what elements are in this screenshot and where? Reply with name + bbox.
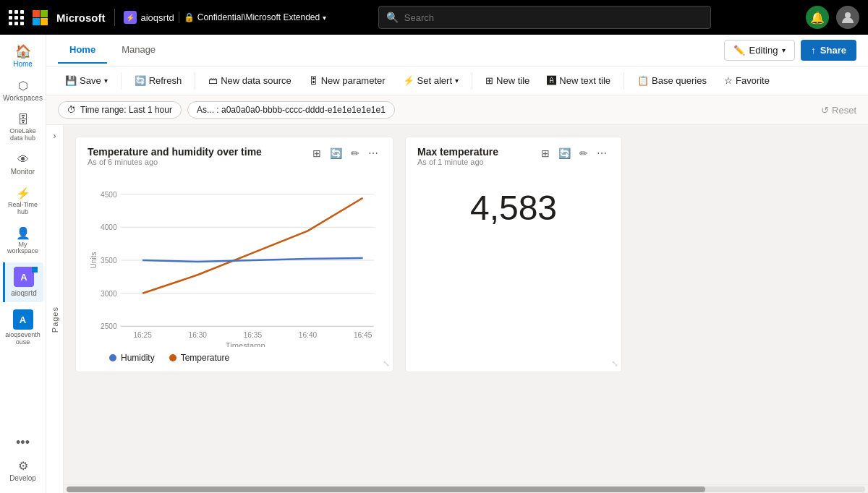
refresh-icon: 🔄 <box>135 75 146 86</box>
tab-manage[interactable]: Manage <box>110 37 167 64</box>
temperature-label: Temperature <box>181 353 229 363</box>
sidebar-realtime-label: Real-Timehub <box>8 202 38 216</box>
header-right-actions: ✏️ Editing ▾ ↑ Share <box>724 40 856 61</box>
metric-resize-handle[interactable]: ⤡ <box>611 359 618 369</box>
sidebar-myworkspace-label: Myworkspace <box>7 241 38 256</box>
sidebar-item-realtime[interactable]: ⚡ Real-Timehub <box>3 184 43 220</box>
horizontal-scrollbar[interactable] <box>64 484 868 493</box>
chart-tile-actions: ⊞ 🔄 ✏ ⋯ <box>310 146 381 160</box>
toolbar-divider4 <box>624 72 624 90</box>
toolbar-divider2 <box>195 72 195 90</box>
humidity-label: Humidity <box>121 353 155 363</box>
search-input[interactable] <box>404 12 703 23</box>
metric-tile: Max temperature As of 1 minute ago ⊞ 🔄 ✏… <box>405 137 622 372</box>
sidebar-item-aioqsrtd[interactable]: A aioqsrtd <box>3 262 43 302</box>
sidebar-item-aioqseventh[interactable]: A aioqseventhouse <box>3 305 43 351</box>
base-queries-button[interactable]: 📋 Base queries <box>630 72 714 89</box>
tile-edit-button[interactable]: ✏ <box>348 146 362 160</box>
sidebar-item-workspaces[interactable]: ⬡ Workspaces <box>3 76 43 107</box>
monitor-icon: 👁 <box>17 154 29 166</box>
search-bar[interactable]: 🔍 <box>378 6 711 29</box>
tab-home[interactable]: Home <box>58 37 107 64</box>
reset-label: Reset <box>832 105 856 116</box>
refresh-button[interactable]: 🔄 Refresh <box>127 72 190 89</box>
favorite-icon: ☆ <box>724 75 733 86</box>
undo-icon: ↺ <box>821 105 829 116</box>
new-text-label: New text tile <box>559 75 610 86</box>
metric-more-button[interactable]: ⋯ <box>594 146 610 160</box>
aioqseventh-workspace-icon: A <box>13 309 33 330</box>
tile-resize-handle[interactable]: ⤡ <box>383 359 390 369</box>
workspaces-icon: ⬡ <box>18 80 28 92</box>
workspace-selector[interactable]: ⚡ aioqsrtd 🔒 Confidential\Microsoft Exte… <box>124 11 327 24</box>
line-chart: Units 4500 4000 3500 3000 <box>88 173 381 347</box>
pages-label: Pages <box>51 306 59 333</box>
save-button[interactable]: 💾 Save ▾ <box>58 72 115 89</box>
editing-button[interactable]: ✏️ Editing ▾ <box>724 40 796 61</box>
parameter-icon: 🎛 <box>309 75 318 86</box>
sidebar-item-onelake[interactable]: 🗄 OneLakedata hub <box>3 110 43 147</box>
chevron-down-icon: ▾ <box>782 46 786 54</box>
set-alert-label: Set alert <box>417 75 452 86</box>
alias-filter[interactable]: As... : a0a0a0a0-bbbb-cccc-dddd-e1e1e1e1… <box>187 101 395 119</box>
new-parameter-button[interactable]: 🎛 New parameter <box>302 72 393 89</box>
legend-temperature: Temperature <box>169 353 229 363</box>
metric-refresh-button[interactable]: 🔄 <box>556 146 574 160</box>
sidebar-item-more[interactable]: ••• <box>3 432 43 453</box>
new-tile-button[interactable]: ⊞ New tile <box>478 72 537 89</box>
time-range-filter[interactable]: ⏱ Time range: Last 1 hour <box>58 101 182 119</box>
metric-grid-button[interactable]: ⊞ <box>538 146 553 160</box>
active-dot <box>32 267 38 273</box>
new-text-tile-button[interactable]: 🅰 New text tile <box>540 72 618 89</box>
toolbar-divider <box>121 72 122 90</box>
sidebar-item-myworkspace[interactable]: 👤 Myworkspace <box>3 223 43 260</box>
text-icon: 🅰 <box>547 75 556 86</box>
tile-more-button[interactable]: ⋯ <box>365 146 381 160</box>
sidebar-onelake-label: OneLakedata hub <box>9 128 36 142</box>
temperature-color <box>169 354 176 361</box>
svg-text:Timestamp: Timestamp <box>226 341 265 347</box>
notification-icon[interactable]: 🔔 <box>806 6 829 29</box>
chart-tile: Temperature and humidity over time As of… <box>75 137 393 372</box>
expand-icon[interactable]: › <box>54 131 56 141</box>
brand-name: Microsoft <box>56 12 106 24</box>
tile-grid-button[interactable]: ⊞ <box>310 146 324 160</box>
chevron-down-icon: ▾ <box>455 77 459 85</box>
filter-bar: ⏱ Time range: Last 1 hour As... : a0a0a0… <box>46 95 868 125</box>
svg-text:3000: 3000 <box>101 290 117 298</box>
share-button[interactable]: ↑ Share <box>801 40 856 61</box>
set-alert-button[interactable]: ⚡ Set alert ▾ <box>396 72 466 89</box>
time-range-label: Time range: Last 1 hour <box>80 105 172 115</box>
tile-icon: ⊞ <box>485 75 493 86</box>
new-data-source-label: New data source <box>221 75 292 86</box>
new-data-source-button[interactable]: 🗃 New data source <box>201 72 299 89</box>
main-panel: Home Manage ✏️ Editing ▾ ↑ Share 💾 Save … <box>46 35 868 493</box>
scrollbar-thumb[interactable] <box>67 486 705 492</box>
metric-tile-header: Max temperature As of 1 minute ago ⊞ 🔄 ✏… <box>417 146 610 172</box>
metric-value: 4,583 <box>417 173 610 242</box>
svg-text:16:30: 16:30 <box>189 331 208 339</box>
reset-button[interactable]: ↺ Reset <box>821 105 856 116</box>
chevron-down-icon: ▾ <box>104 77 108 85</box>
sidebar-item-develop[interactable]: ⚙ Develop <box>3 456 43 487</box>
svg-text:4000: 4000 <box>101 223 117 231</box>
confidential-badge: 🔒 Confidential\Microsoft Extended ▾ <box>184 12 326 22</box>
sidebar: 🏠 Home ⬡ Workspaces 🗄 OneLakedata hub 👁 … <box>0 35 46 493</box>
metric-edit-button[interactable]: ✏ <box>576 146 591 160</box>
svg-point-0 <box>845 12 851 18</box>
chart-title-block: Temperature and humidity over time As of… <box>88 146 262 172</box>
avatar[interactable] <box>836 6 859 29</box>
save-label: Save <box>80 75 101 86</box>
sidebar-item-monitor[interactable]: 👁 Monitor <box>3 150 43 181</box>
sidebar-item-home[interactable]: 🏠 Home <box>3 40 43 73</box>
alert-icon: ⚡ <box>403 75 414 86</box>
topbar-divider <box>114 9 115 26</box>
workspace-icon: ⚡ <box>124 11 137 24</box>
divider <box>179 12 179 23</box>
pages-panel[interactable]: › Pages <box>46 125 64 493</box>
apps-grid-icon[interactable] <box>9 10 24 25</box>
tile-refresh-button[interactable]: 🔄 <box>327 146 345 160</box>
sidebar-monitor-label: Monitor <box>11 168 35 176</box>
alias-label: As... : a0a0a0a0-bbbb-cccc-dddd-e1e1e1e1… <box>197 105 386 115</box>
favorite-button[interactable]: ☆ Favorite <box>717 72 777 89</box>
